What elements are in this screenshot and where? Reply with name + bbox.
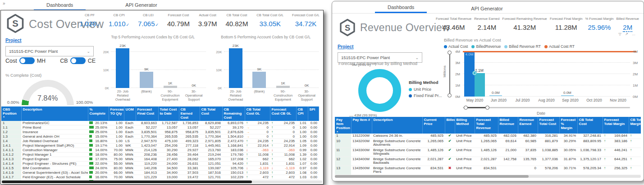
plot-area: 4.0M 2.1M 0.0M0.0M: [463, 51, 630, 97]
column-header[interactable]: UOM: [124, 106, 136, 121]
table-header-row[interactable]: CBS Position▲Description% CompleteForeca…: [1, 106, 319, 121]
column-header[interactable]: Forecast Cost CB GL: [270, 106, 296, 121]
trend-arrow-icon: ↑: [246, 171, 248, 175]
trend-arrow-icon: ↑: [246, 175, 248, 179]
slider-handle[interactable]: [464, 106, 468, 110]
hscrollbar-thumb[interactable]: [335, 175, 529, 178]
project-label[interactable]: Project: [5, 37, 22, 43]
table-row[interactable]: 1.4.1.6 General Superintendent (S3) - Ac…: [1, 170, 319, 175]
column-header[interactable]: Forecast Total Revenue: [475, 117, 498, 134]
toggle-switch-icon[interactable]: [70, 57, 86, 64]
toggle-switch-icon[interactable]: [19, 57, 35, 64]
column-header[interactable]: Forecast Total Cost: [538, 117, 559, 134]
billed-revenue-bar[interactable]: 2.1M: [475, 73, 485, 97]
column-header[interactable]: CB Total Cost: [200, 106, 222, 121]
column-header[interactable]: Description: [21, 106, 88, 121]
kpi-label: Forecast Cost G/L: [292, 13, 320, 17]
table-row[interactable]: 1 1312200M Caissons 24-36 in. 485,925 ✔ …: [335, 134, 641, 139]
project-selected-value: 151515-EPC Power Plant: [341, 55, 390, 60]
slider-handle[interactable]: [448, 93, 452, 97]
tab-api-generator[interactable]: API Generator: [458, 4, 515, 13]
project-dropdown[interactable]: 151515-EPC Power Plant ⌄: [5, 46, 94, 56]
table-row[interactable]: 1.4.1.1 Construction Manager 14.00% 70.0…: [1, 148, 319, 152]
table-row[interactable]: 1.4.1 Project Management Staff (JRO) 19.…: [1, 143, 319, 148]
column-header[interactable]: Forecast Final Cost: [136, 106, 158, 121]
project-label[interactable]: Project: [338, 44, 354, 49]
column-header[interactable]: CB Total Cost GL: [245, 106, 270, 121]
column-header[interactable]: CB Earned Cost: [179, 106, 200, 121]
column-header[interactable]: CB Remaining Cost: [222, 106, 245, 121]
column-header[interactable]: Total Cost to Date: [158, 106, 179, 121]
column-header[interactable]: Billing Method: [455, 117, 475, 134]
toggle-left-label: CB: [60, 58, 68, 64]
legend-title: Billing Method: [409, 80, 442, 85]
bar[interactable]: [164, 86, 177, 88]
sort-arrow-icon: ▲: [3, 116, 20, 118]
cb-ce-toggle[interactable]: CB CE: [60, 57, 96, 64]
slider-handle[interactable]: [448, 51, 452, 55]
legend-item[interactable]: Actual Cost RT: [544, 44, 575, 49]
column-header[interactable]: Revenue Earned: [518, 117, 538, 134]
cbs-position-cell: 1.4.1.5: [1, 166, 21, 170]
table-row[interactable]: 1.4.1.2 Project Manager 1 18.00% 80.00 M…: [1, 152, 319, 157]
trend-arrow-icon: ↓: [271, 148, 273, 152]
slider-handle[interactable]: [485, 106, 489, 110]
column-header[interactable]: Billed: [445, 117, 455, 134]
legend-item[interactable]: Actual Cost: [444, 44, 468, 49]
table-header-row[interactable]: Pay Item Position▲Pay Item #DescriptionC…: [335, 117, 641, 134]
kpi-dropdown-caret-icon[interactable]: ✓: [97, 23, 100, 27]
legend-item[interactable]: BilledRevenue: [471, 44, 501, 49]
y-tick-label: 0M: [633, 95, 638, 99]
column-header[interactable]: % Complete: [88, 106, 109, 121]
kpi-dropdown-caret-icon[interactable]: ✓: [126, 23, 130, 27]
column-header[interactable]: Pay Item #: [351, 117, 372, 134]
table-row[interactable]: 1.4.1.7 Field Engineer (E2) - Accel Sche…: [1, 175, 319, 179]
x-tick-label: Oct 2020: [582, 98, 606, 102]
date-range-slider[interactable]: [463, 105, 630, 110]
kpi-dropdown-caret-icon[interactable]: ✓: [155, 23, 159, 27]
tab-api-generator[interactable]: API Generator: [113, 0, 169, 11]
table-row[interactable]: 1.4.1.5 BIM Coordination 24.00% 80.00 MW…: [1, 166, 319, 170]
table-row[interactable]: 1.2 Insurance 25.00% 1.00 Each 3,835,501…: [1, 130, 319, 134]
cost-overview-card: S Cost Overview CB PF 1.020✓ CB CPI 1.01…: [0, 10, 324, 185]
table-row[interactable]: 1 Preliminaries/GC 20.13% 1.00 Each 8,60…: [1, 121, 319, 125]
bar[interactable]: [229, 48, 242, 88]
table-row[interactable]: 1.4 Job Related Overhead 16.80% 1.00 LS …: [1, 139, 319, 143]
legend-dot-icon: [504, 45, 507, 48]
column-header[interactable]: Billed Revenue: [498, 117, 518, 134]
column-header[interactable]: Forecast % Margin: [559, 117, 577, 134]
y-axis-range-slider[interactable]: [448, 51, 452, 97]
column-header[interactable]: Forecast Total Margin: [603, 117, 629, 134]
table-row[interactable]: 1.3 General and Admin OH 15.00% 1.00 Eac…: [1, 134, 319, 139]
bar[interactable]: [116, 48, 129, 88]
legend-item[interactable]: Unit Price: [409, 87, 442, 92]
table-row[interactable]: 11 1343300M Bridge Substructure Concrete…: [335, 148, 641, 157]
expand-nav-icon[interactable]: »: [3, 1, 5, 6]
bar[interactable]: [276, 86, 290, 88]
table-row[interactable]: 1.1 Prime Bond 25.00% 1.00 Each 52,227 1…: [1, 125, 319, 130]
table-row[interactable]: 12 1343400M Bridge Substructure Concrete…: [335, 157, 641, 166]
column-header[interactable]: CB CPI: [296, 106, 308, 121]
table-row[interactable]: 13 1343500M Bridge Substructure Concrete…: [335, 166, 641, 175]
tab-dashboards[interactable]: Dashboards: [375, 2, 427, 13]
column-header[interactable]: CB Total Margin: [629, 117, 641, 134]
hscrollbar-thumb[interactable]: [2, 180, 252, 183]
legend-item[interactable]: Fixed Final Pr...: [409, 93, 442, 98]
column-header[interactable]: Description: [372, 117, 422, 134]
column-header[interactable]: SPI: [308, 106, 319, 121]
bar[interactable]: [140, 72, 153, 88]
legend-item[interactable]: Billed Revenue RT: [504, 44, 541, 49]
tab-dashboards[interactable]: Dashboards: [34, 0, 86, 11]
column-header[interactable]: Current Price: [422, 117, 445, 134]
column-header[interactable]: Pay Item Position▲: [335, 117, 351, 134]
table-row[interactable]: 1.4.1.4 Project Engineer - Structures (P…: [1, 161, 319, 166]
bar[interactable]: [252, 72, 266, 88]
column-header[interactable]: Forecast TO Qty: [109, 106, 124, 121]
cost-mh-toggle[interactable]: Cost MH: [5, 57, 46, 64]
column-header[interactable]: CB Total Cost: [577, 117, 603, 134]
column-header[interactable]: CBS Position▲: [1, 106, 21, 121]
billing-method-donut[interactable]: [358, 69, 401, 112]
table-row[interactable]: 10 1343200M Bridge Substructure Concrete…: [335, 139, 641, 148]
table-row[interactable]: 1.4.1.3 Project Engineer 17.00% 75.00 MW…: [1, 157, 319, 161]
kpi-hover-icons[interactable]: ▽ ↗ …: [617, 32, 639, 36]
